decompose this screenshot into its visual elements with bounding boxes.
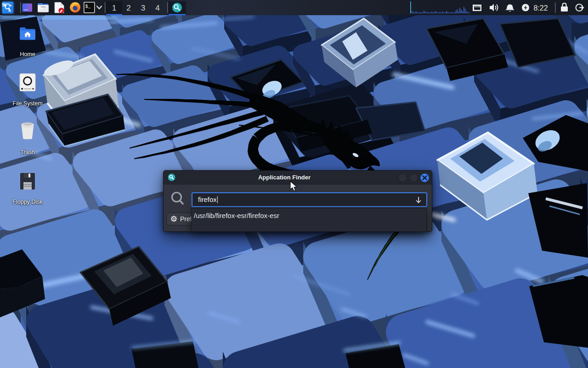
svg-text:4: 4: [155, 4, 159, 12]
svg-text:2: 2: [126, 4, 130, 12]
svg-text:1: 1: [112, 4, 116, 12]
svg-text:8:22: 8:22: [533, 4, 548, 12]
svg-text:3: 3: [141, 4, 145, 12]
svg-text:$_: $_: [85, 4, 91, 9]
